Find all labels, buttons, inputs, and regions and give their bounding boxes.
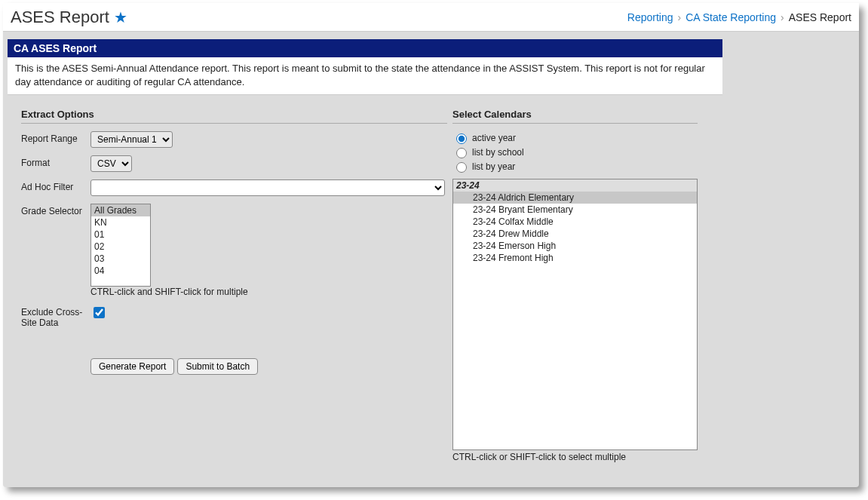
page-title: ASES Report bbox=[11, 8, 109, 27]
grade-option[interactable]: 02 bbox=[91, 241, 150, 253]
calendar-tree-item[interactable]: 23-24 Drew Middle bbox=[453, 228, 697, 240]
panel-description: This is the ASES Semi-Annual Attendance … bbox=[8, 57, 722, 95]
grade-option[interactable]: 04 bbox=[91, 265, 150, 277]
radio-active-year-label: active year bbox=[472, 133, 516, 143]
chevron-right-icon: › bbox=[678, 11, 682, 23]
adhoc-filter-label: Ad Hoc Filter bbox=[21, 179, 90, 192]
select-calendars-title: Select Calendars bbox=[452, 109, 698, 124]
report-range-label: Report Range bbox=[21, 131, 90, 144]
grade-option[interactable]: KN bbox=[91, 216, 150, 229]
format-label: Format bbox=[21, 155, 90, 168]
calendar-tree-listbox[interactable]: 23-24 23-24 Aldrich Elementary23-24 Brya… bbox=[452, 179, 698, 450]
calendar-tree-item[interactable]: 23-24 Bryant Elementary bbox=[453, 204, 697, 216]
calendar-mode-radiogroup: active year list by school list by year bbox=[452, 131, 710, 173]
grade-option[interactable]: 01 bbox=[91, 229, 150, 241]
grade-selector-listbox[interactable]: All GradesKN01020304 bbox=[90, 204, 151, 287]
breadcrumb: Reporting › CA State Reporting › ASES Re… bbox=[627, 11, 851, 23]
extract-options-title: Extract Options bbox=[21, 109, 447, 124]
calendar-tree-hint: CTRL-click or SHIFT-click to select mult… bbox=[452, 452, 710, 462]
tree-root-year[interactable]: 23-24 bbox=[453, 179, 697, 192]
calendar-tree-item[interactable]: 23-24 Fremont High bbox=[453, 252, 697, 264]
format-select[interactable]: CSV bbox=[90, 155, 132, 172]
chevron-right-icon: › bbox=[781, 11, 784, 23]
report-panel: CA ASES Report This is the ASES Semi-Ann… bbox=[8, 39, 722, 95]
calendar-tree-item[interactable]: 23-24 Aldrich Elementary bbox=[453, 192, 697, 204]
radio-active-year[interactable] bbox=[456, 133, 467, 144]
radio-list-by-year-label: list by year bbox=[472, 161, 515, 172]
grade-selector-hint: CTRL-click and SHIFT-click for multiple bbox=[90, 287, 248, 297]
favorite-star-icon[interactable]: ★ bbox=[114, 10, 127, 25]
report-range-select[interactable]: Semi-Annual 1 bbox=[90, 131, 173, 148]
exclude-cross-site-label: Exclude Cross-Site Data bbox=[21, 305, 90, 328]
calendar-tree-item[interactable]: 23-24 Emerson High bbox=[453, 240, 697, 252]
radio-list-by-year[interactable] bbox=[456, 162, 467, 173]
calendar-tree-item[interactable]: 23-24 Colfax Middle bbox=[453, 216, 697, 228]
radio-list-by-school-label: list by school bbox=[472, 147, 524, 158]
grade-option[interactable]: All Grades bbox=[91, 204, 150, 216]
grade-option[interactable]: 03 bbox=[91, 253, 150, 265]
generate-report-button[interactable]: Generate Report bbox=[90, 358, 174, 375]
exclude-cross-site-checkbox[interactable] bbox=[94, 307, 105, 318]
header-bar: ASES Report ★ Reporting › CA State Repor… bbox=[3, 3, 859, 32]
grade-selector-label: Grade Selector bbox=[21, 204, 90, 216]
breadcrumb-ca-state[interactable]: CA State Reporting bbox=[686, 11, 776, 23]
breadcrumb-reporting[interactable]: Reporting bbox=[627, 11, 673, 23]
radio-list-by-school[interactable] bbox=[456, 148, 467, 158]
submit-to-batch-button[interactable]: Submit to Batch bbox=[177, 358, 258, 375]
adhoc-filter-select[interactable] bbox=[90, 179, 445, 196]
breadcrumb-current: ASES Report bbox=[789, 11, 851, 23]
panel-title: CA ASES Report bbox=[8, 39, 722, 57]
